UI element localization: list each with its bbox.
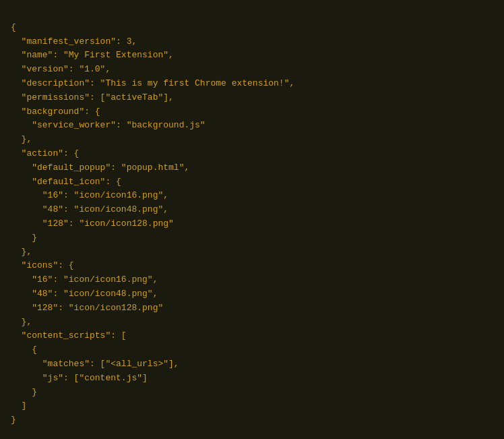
code-line: "version": "1.0", bbox=[11, 63, 493, 77]
code-line: "name": "My First Extension", bbox=[11, 49, 493, 63]
code-line: "matches": ["<all_urls>"], bbox=[11, 357, 493, 372]
code-line: "default_icon": { bbox=[11, 175, 493, 189]
code-line: }, bbox=[11, 245, 493, 260]
code-editor: { "manifest_version": 3, "name": "My Fir… bbox=[11, 7, 493, 428]
code-line: "description": "This is my first Chrome … bbox=[11, 77, 493, 91]
code-line: { bbox=[11, 21, 493, 35]
code-line: "content_scripts": [ bbox=[11, 329, 493, 343]
code-line: } bbox=[11, 231, 493, 245]
code-line: "128": "icon/icon128.png" bbox=[11, 301, 493, 316]
code-line: } bbox=[11, 413, 493, 428]
code-line: "128": "icon/icon128.png" bbox=[11, 217, 493, 231]
code-line: "default_popup": "popup.html", bbox=[11, 161, 493, 175]
code-line: } bbox=[11, 386, 493, 400]
code-line: "48": "icon/icon48.png", bbox=[11, 287, 493, 301]
code-line: "service_worker": "background.js" bbox=[11, 119, 493, 133]
code-line: ] bbox=[11, 399, 493, 413]
code-line: "manifest_version": 3, bbox=[11, 35, 493, 49]
code-line: "16": "icon/icon16.png", bbox=[11, 189, 493, 203]
code-line: }, bbox=[11, 133, 493, 147]
code-line: "background": { bbox=[11, 105, 493, 119]
code-line: "action": { bbox=[11, 147, 493, 161]
code-line: "16": "icon/icon16.png", bbox=[11, 273, 493, 287]
code-line: { bbox=[11, 343, 493, 357]
code-line: }, bbox=[11, 316, 493, 330]
code-line: "icons": { bbox=[11, 259, 493, 273]
code-line: "js": ["content.js"] bbox=[11, 372, 493, 386]
code-line: "permissions": ["activeTab"], bbox=[11, 91, 493, 105]
code-line: "48": "icon/icon48.png", bbox=[11, 203, 493, 217]
